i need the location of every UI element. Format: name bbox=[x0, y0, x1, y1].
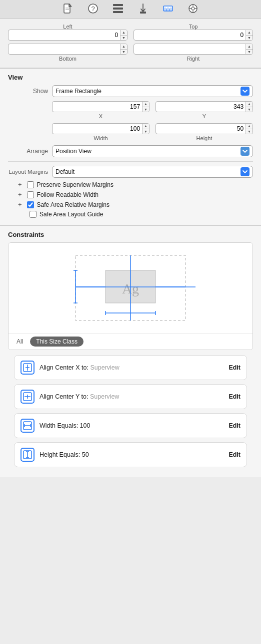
constraints-diagram: Ag bbox=[60, 248, 200, 328]
top-increment[interactable]: ▲ bbox=[246, 30, 252, 36]
left-label: Left bbox=[63, 24, 72, 30]
left-increment[interactable]: ▲ bbox=[120, 30, 127, 36]
width-stepper[interactable]: ▲ ▼ bbox=[142, 124, 149, 134]
x-stepper[interactable]: ▲ ▼ bbox=[142, 102, 149, 112]
height-equals-icon bbox=[20, 448, 34, 462]
tabs-row: All This Size Class bbox=[8, 333, 252, 350]
y-field[interactable]: 343 ▲ ▼ bbox=[156, 101, 253, 112]
show-label: Show bbox=[8, 88, 48, 95]
tab-this-size-class[interactable]: This Size Class bbox=[30, 337, 84, 347]
layout-margins-dropdown[interactable]: Default bbox=[52, 166, 253, 178]
align-center-y-edit[interactable]: Edit bbox=[228, 393, 240, 400]
right-field-group: ▲ ▼ Right bbox=[134, 44, 253, 62]
position-fields: Left 0 ▲ ▼ Top 0 ▲ ▼ bbox=[0, 19, 261, 68]
safe-layout-checkbox[interactable] bbox=[30, 211, 36, 218]
preserve-plus-button[interactable]: + bbox=[18, 181, 22, 188]
tab-all[interactable]: All bbox=[14, 337, 26, 346]
constraint-width-equals: Width Equals: 100 Edit bbox=[14, 413, 247, 438]
width-equals-value: 100 bbox=[80, 422, 90, 429]
svg-rect-5 bbox=[113, 4, 123, 6]
right-input[interactable] bbox=[134, 44, 246, 54]
arrange-dropdown[interactable]: Position View bbox=[52, 145, 253, 157]
wh-row: 100 ▲ ▼ 50 ▲ ▼ bbox=[52, 123, 253, 134]
right-field[interactable]: ▲ ▼ bbox=[134, 44, 253, 55]
readable-label[interactable]: Follow Readable Width bbox=[37, 191, 98, 198]
align-center-x-icon bbox=[20, 361, 34, 375]
diagram-area: Ag bbox=[8, 243, 252, 333]
top-decrement[interactable]: ▼ bbox=[246, 36, 252, 41]
y-label: Y bbox=[156, 113, 253, 119]
readable-checkbox-row: + Follow Readable Width bbox=[8, 191, 253, 198]
width-input[interactable]: 100 bbox=[52, 124, 142, 134]
show-dropdown[interactable]: Frame Rectangle bbox=[52, 85, 253, 97]
bottom-input[interactable] bbox=[8, 44, 120, 54]
height-input[interactable]: 50 bbox=[156, 124, 246, 134]
help-icon[interactable]: ? bbox=[88, 3, 98, 14]
x-label: X bbox=[52, 113, 150, 119]
preserve-label[interactable]: Preserve Superview Margins bbox=[37, 181, 114, 188]
top-stepper[interactable]: ▲ ▼ bbox=[246, 30, 252, 40]
width-field-group: 100 ▲ ▼ bbox=[52, 123, 150, 134]
y-stepper[interactable]: ▲ ▼ bbox=[246, 102, 252, 112]
xy-row: 157 ▲ ▼ 343 ▲ ▼ bbox=[52, 101, 253, 112]
bottom-label: Bottom bbox=[59, 56, 76, 62]
width-equals-edit[interactable]: Edit bbox=[228, 422, 240, 429]
bottom-stepper[interactable]: ▲ ▼ bbox=[120, 44, 127, 54]
left-stepper[interactable]: ▲ ▼ bbox=[120, 30, 127, 40]
bottom-increment[interactable]: ▲ bbox=[120, 44, 127, 50]
width-increment[interactable]: ▲ bbox=[142, 124, 149, 129]
height-equals-edit[interactable]: Edit bbox=[228, 451, 240, 458]
y-input[interactable]: 343 bbox=[156, 102, 246, 112]
height-label: Height bbox=[156, 135, 253, 141]
right-increment[interactable]: ▲ bbox=[246, 44, 252, 50]
left-decrement[interactable]: ▼ bbox=[120, 36, 127, 41]
arrange-value: Position View bbox=[56, 148, 240, 155]
align-center-x-edit[interactable]: Edit bbox=[228, 364, 240, 371]
height-decrement[interactable]: ▼ bbox=[246, 129, 252, 134]
document-icon[interactable] bbox=[62, 3, 74, 14]
readable-plus-button[interactable]: + bbox=[18, 191, 22, 198]
top-label: Top bbox=[189, 24, 198, 30]
safe-relative-checkbox[interactable] bbox=[27, 201, 34, 208]
height-stepper[interactable]: ▲ ▼ bbox=[246, 124, 252, 134]
link-icon[interactable] bbox=[188, 3, 198, 14]
top-field[interactable]: 0 ▲ ▼ bbox=[134, 30, 253, 41]
ruler-icon[interactable] bbox=[162, 3, 174, 14]
x-decrement[interactable]: ▼ bbox=[142, 107, 149, 112]
left-field[interactable]: 0 ▲ ▼ bbox=[8, 30, 128, 41]
layout-margins-value: Default bbox=[56, 168, 240, 175]
height-field[interactable]: 50 ▲ ▼ bbox=[156, 123, 253, 134]
layout-margins-label: Layout Margins bbox=[8, 169, 48, 175]
align-center-x-subview: Superview bbox=[90, 364, 119, 371]
width-field[interactable]: 100 ▲ ▼ bbox=[52, 123, 150, 134]
list-icon[interactable] bbox=[112, 3, 124, 14]
right-decrement[interactable]: ▼ bbox=[246, 50, 252, 55]
bottom-field[interactable]: ▲ ▼ bbox=[8, 44, 128, 55]
layout-margins-row: Layout Margins Default bbox=[8, 161, 253, 178]
view-section: View Show Frame Rectangle 157 ▲ ▼ 343 bbox=[0, 69, 261, 225]
width-equals-icon bbox=[20, 419, 34, 433]
y-decrement[interactable]: ▼ bbox=[246, 107, 252, 112]
y-increment[interactable]: ▲ bbox=[246, 102, 252, 107]
safe-relative-plus-button[interactable]: + bbox=[18, 201, 22, 208]
width-decrement[interactable]: ▼ bbox=[142, 129, 149, 134]
x-increment[interactable]: ▲ bbox=[142, 102, 149, 107]
toolbar: ? bbox=[0, 0, 261, 19]
show-value: Frame Rectangle bbox=[56, 88, 240, 95]
safe-layout-label[interactable]: Safe Area Layout Guide bbox=[40, 211, 103, 218]
readable-checkbox[interactable] bbox=[27, 191, 34, 198]
bottom-decrement[interactable]: ▼ bbox=[120, 50, 127, 55]
top-input[interactable]: 0 bbox=[134, 30, 246, 40]
x-field[interactable]: 157 ▲ ▼ bbox=[52, 101, 150, 112]
safe-relative-label[interactable]: Safe Area Relative Margins bbox=[37, 201, 110, 208]
height-increment[interactable]: ▲ bbox=[246, 124, 252, 129]
preserve-checkbox[interactable] bbox=[27, 181, 34, 188]
x-field-group: 157 ▲ ▼ bbox=[52, 101, 150, 112]
right-stepper[interactable]: ▲ ▼ bbox=[246, 44, 252, 54]
x-input[interactable]: 157 bbox=[52, 102, 142, 112]
connect-icon[interactable] bbox=[138, 3, 148, 14]
width-equals-text: Width Equals: 100 bbox=[40, 422, 224, 429]
y-field-group: 343 ▲ ▼ bbox=[156, 101, 253, 112]
left-input[interactable]: 0 bbox=[8, 30, 120, 40]
constraints-section: Constraints Ag bbox=[0, 226, 261, 477]
